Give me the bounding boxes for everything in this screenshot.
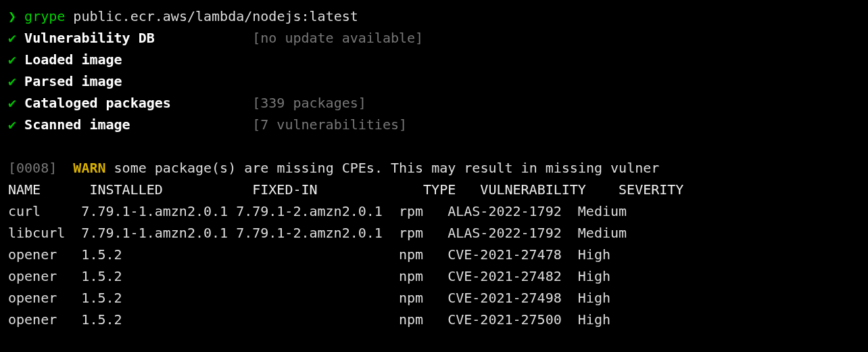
- command-arg: public.ecr.aws/lambda/nodejs:latest: [73, 8, 358, 24]
- col-name: NAME: [8, 179, 81, 200]
- step-note: [339 packages]: [252, 95, 366, 111]
- check-icon: ✔: [8, 30, 16, 46]
- cell-vuln: CVE-2021-27482: [448, 265, 578, 287]
- cell-name: curl: [8, 200, 81, 222]
- step-label: Scanned image: [24, 116, 130, 133]
- step-line: ✔ Loaded image: [8, 49, 860, 70]
- cell-type: npm: [399, 309, 448, 330]
- cell-sev: High: [578, 244, 610, 265]
- cell-installed: 1.5.2: [81, 309, 236, 330]
- step-note: [no update available]: [252, 30, 423, 46]
- table-row: opener1.5.2npmCVE-2021-27500High: [8, 309, 860, 330]
- command-name: grype: [24, 8, 65, 24]
- check-icon: ✔: [8, 95, 16, 111]
- cell-name: opener: [8, 265, 81, 287]
- cell-type: rpm: [399, 222, 448, 244]
- step-line: ✔ Scanned image[7 vulnerabilities]: [8, 114, 860, 135]
- table-row: opener1.5.2npmCVE-2021-27482High: [8, 265, 860, 287]
- cell-sev: Medium: [578, 200, 627, 222]
- cell-type: npm: [399, 244, 448, 265]
- check-icon: ✔: [8, 116, 16, 133]
- step-label: Loaded image: [24, 51, 122, 68]
- step-label: Cataloged packages: [24, 95, 171, 111]
- cell-vuln: ALAS-2022-1792: [448, 200, 578, 222]
- cell-name: libcurl: [8, 222, 81, 244]
- step-line: ✔ Cataloged packages[339 packages]: [8, 92, 860, 114]
- cell-installed: 1.5.2: [81, 287, 236, 309]
- check-icon: ✔: [8, 51, 16, 68]
- cell-vuln: CVE-2021-27498: [448, 287, 578, 309]
- table-row: libcurl7.79.1-1.amzn2.0.17.79.1-2.amzn2.…: [8, 222, 860, 244]
- cell-vuln: CVE-2021-27500: [448, 309, 578, 330]
- cell-sev: High: [578, 265, 610, 287]
- prompt-caret: ❯: [8, 8, 16, 24]
- cell-fixed: 7.79.1-2.amzn2.0.1: [236, 222, 399, 244]
- cell-installed: 7.79.1-1.amzn2.0.1: [81, 200, 236, 222]
- blank-line: [8, 135, 860, 157]
- cell-installed: 1.5.2: [81, 265, 236, 287]
- cell-type: npm: [399, 287, 448, 309]
- cell-vuln: CVE-2021-27478: [448, 244, 578, 265]
- warn-msg: some package(s) are missing CPEs. This m…: [114, 160, 660, 176]
- cell-name: opener: [8, 244, 81, 265]
- warn-code: [0008]: [8, 160, 57, 176]
- step-label: Parsed image: [24, 73, 122, 89]
- col-fixed: FIXED-IN: [252, 179, 415, 200]
- check-icon: ✔: [8, 73, 16, 89]
- warn-tag: WARN: [73, 160, 105, 176]
- step-note: [7 vulnerabilities]: [252, 116, 407, 133]
- cell-name: opener: [8, 309, 81, 330]
- step-line: ✔ Vulnerability DB[no update available]: [8, 27, 860, 49]
- col-sev: SEVERITY: [619, 179, 683, 200]
- cell-type: npm: [399, 265, 448, 287]
- cell-name: opener: [8, 287, 81, 309]
- cell-sev: High: [578, 309, 610, 330]
- col-type: TYPE: [423, 179, 472, 200]
- table-row: opener1.5.2npmCVE-2021-27498High: [8, 287, 860, 309]
- step-label: Vulnerability DB: [24, 30, 155, 46]
- table-row: curl7.79.1-1.amzn2.0.17.79.1-2.amzn2.0.1…: [8, 200, 860, 222]
- cell-type: rpm: [399, 200, 448, 222]
- cell-installed: 1.5.2: [81, 244, 236, 265]
- cell-vuln: ALAS-2022-1792: [448, 222, 578, 244]
- cell-fixed: 7.79.1-2.amzn2.0.1: [236, 200, 399, 222]
- warning-line: [0008] WARN some package(s) are missing …: [8, 157, 860, 179]
- col-installed: INSTALLED: [89, 179, 244, 200]
- prompt-line[interactable]: ❯ grype public.ecr.aws/lambda/nodejs:lat…: [8, 5, 860, 27]
- col-vuln: VULNERABILITY: [480, 179, 610, 200]
- cell-sev: High: [578, 287, 610, 309]
- step-line: ✔ Parsed image: [8, 70, 860, 92]
- cell-installed: 7.79.1-1.amzn2.0.1: [81, 222, 236, 244]
- table-header: NAME INSTALLED FIXED-IN TYPE VULNERABILI…: [8, 179, 860, 200]
- cell-sev: Medium: [578, 222, 627, 244]
- table-row: opener1.5.2npmCVE-2021-27478High: [8, 244, 860, 265]
